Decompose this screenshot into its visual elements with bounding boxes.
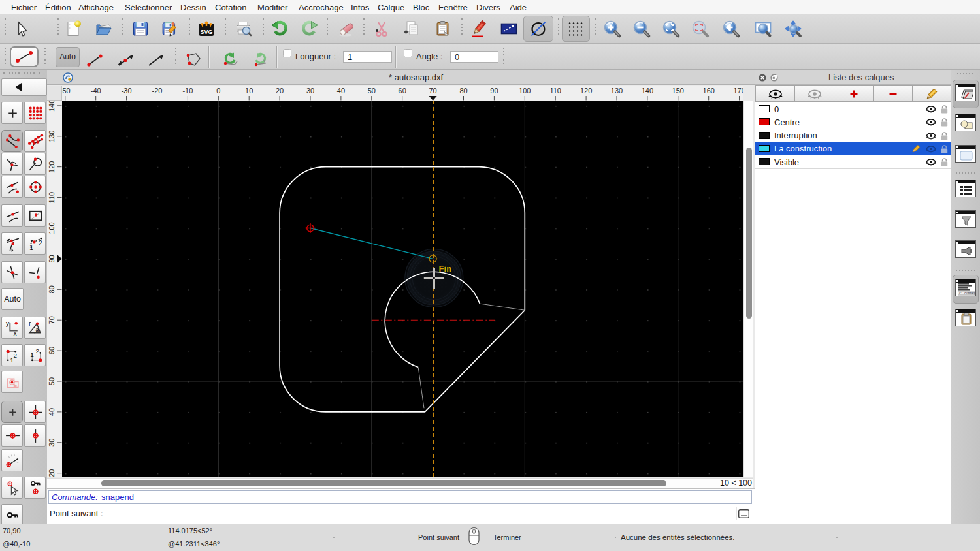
svg-text:-20: -20 — [152, 87, 163, 95]
svg-text:-40: -40 — [91, 87, 101, 95]
svg-text:SVG: SVG — [200, 29, 212, 35]
svg-text:150: 150 — [672, 87, 684, 95]
svg-text:1: 1 — [10, 356, 14, 364]
svg-text:x: x — [14, 330, 18, 336]
svg-text:2: 2 — [39, 240, 42, 247]
svg-text:70: 70 — [48, 316, 56, 324]
svg-text:90: 90 — [48, 255, 56, 262]
svg-text:y: y — [6, 320, 10, 327]
svg-text:60: 60 — [399, 87, 406, 95]
svg-text:120: 120 — [580, 87, 592, 95]
svg-text:30: 30 — [306, 87, 314, 95]
svg-text:60: 60 — [48, 347, 56, 354]
svg-text:70: 70 — [429, 87, 436, 95]
svg-text:30: 30 — [48, 439, 56, 447]
svg-text:10: 10 — [245, 87, 253, 95]
svg-text:140: 140 — [48, 101, 56, 112]
svg-text:50: 50 — [368, 87, 376, 95]
svg-text:20: 20 — [48, 469, 56, 477]
svg-text:100: 100 — [519, 87, 531, 95]
svg-text:80: 80 — [459, 87, 467, 95]
svg-text:r: r — [29, 320, 31, 327]
svg-text:2: 2 — [14, 352, 18, 359]
svg-text:20: 20 — [276, 87, 284, 95]
svg-text:100: 100 — [48, 222, 56, 234]
svg-text:1: 1 — [30, 351, 34, 358]
svg-text:40: 40 — [337, 87, 345, 95]
svg-text:a: a — [36, 326, 40, 333]
svg-text:40: 40 — [48, 408, 56, 416]
svg-text:140: 140 — [642, 87, 653, 95]
svg-text:160: 160 — [703, 87, 715, 95]
svg-text:-30: -30 — [122, 87, 132, 95]
svg-text:110: 110 — [549, 87, 561, 95]
svg-text:c: command: c: command — [959, 292, 975, 295]
svg-text:-10: -10 — [182, 87, 193, 95]
svg-text:130: 130 — [48, 131, 56, 142]
svg-text:90: 90 — [490, 87, 498, 95]
svg-text:130: 130 — [611, 87, 623, 95]
svg-text:2: 2 — [36, 347, 40, 354]
svg-text:170: 170 — [733, 87, 743, 95]
svg-text:110: 110 — [48, 192, 56, 204]
svg-text:0: 0 — [216, 87, 220, 95]
svg-text:Fin: Fin — [439, 264, 452, 274]
svg-text:50: 50 — [48, 377, 56, 385]
svg-text:80: 80 — [48, 285, 56, 293]
svg-text:120: 120 — [48, 161, 56, 173]
